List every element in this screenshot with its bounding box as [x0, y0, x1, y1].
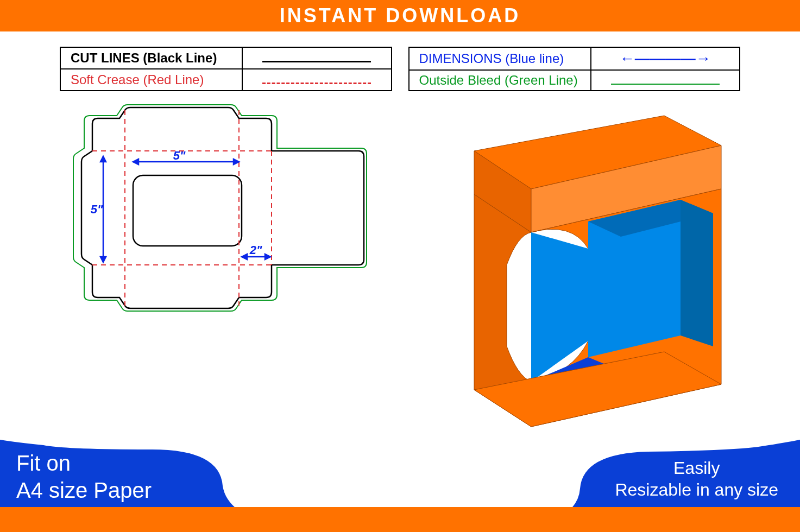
- legend-cut-label: CUT LINES (Black Line): [60, 47, 242, 69]
- dim-height: 5": [91, 202, 103, 216]
- footer-area: Fit on A4 size Paper Easily Resizable in…: [0, 440, 800, 532]
- header-bar: INSTANT DOWNLOAD: [0, 0, 800, 31]
- legend-dim-sample: ←————→: [591, 47, 740, 70]
- legend-right: DIMENSIONS (Blue line) ←————→ Outside Bl…: [408, 47, 741, 91]
- svg-marker-14: [681, 200, 713, 346]
- bleed-line-icon: [611, 84, 720, 85]
- footer-orange-strip: [0, 507, 800, 532]
- diagram-area: 5" 5" 2": [0, 91, 800, 439]
- legend-cut-sample: [242, 47, 391, 69]
- legend-crease-label: Soft Crease (Red Line): [60, 69, 242, 91]
- legend-left: CUT LINES (Black Line) Soft Crease (Red …: [60, 47, 392, 91]
- legend-crease-sample: [242, 69, 391, 91]
- dim-arrow-icon: ←————→: [620, 50, 711, 67]
- dim-depth: 2": [249, 243, 262, 257]
- svg-rect-0: [133, 175, 242, 246]
- footer-left-line2: A4 size Paper: [16, 477, 152, 504]
- header-title: INSTANT DOWNLOAD: [280, 4, 520, 27]
- dim-width: 5": [173, 149, 186, 162]
- cut-line-icon: [262, 61, 371, 62]
- legend-dim-label: DIMENSIONS (Blue line): [409, 47, 591, 70]
- box-3d-render: [420, 86, 746, 433]
- legend-wrap: CUT LINES (Black Line) Soft Crease (Red …: [0, 31, 800, 91]
- dieline-diagram: 5" 5" 2": [65, 91, 375, 363]
- footer-right-text: Easily Resizable in any size: [615, 457, 778, 501]
- footer-right-line2: Resizable in any size: [615, 479, 778, 501]
- crease-line-icon: [262, 83, 371, 84]
- footer-left-text: Fit on A4 size Paper: [16, 449, 152, 504]
- footer-right-line1: Easily: [615, 457, 778, 479]
- footer-left-line1: Fit on: [16, 449, 152, 477]
